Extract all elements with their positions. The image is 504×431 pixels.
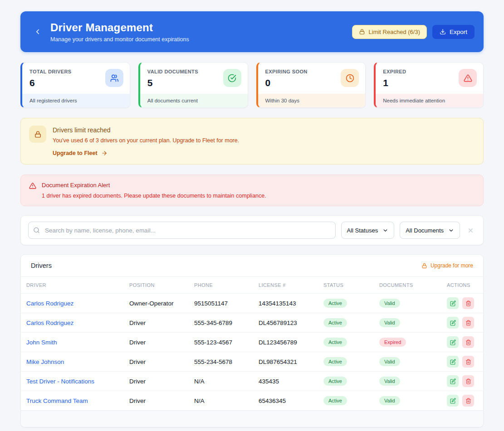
edit-driver-button[interactable] <box>447 356 459 368</box>
driver-name-link[interactable]: John Smith <box>26 339 57 346</box>
drivers-limit-alert: Drivers limit reached You've used 6 of 3… <box>20 118 484 165</box>
edit-driver-button[interactable] <box>447 336 459 348</box>
export-button[interactable]: Export <box>432 25 475 39</box>
search-field-wrapper <box>28 222 336 239</box>
license-cell: DL987654321 <box>259 358 323 365</box>
stats-row: TOTAL DRIVERS 6 All registered drivers V… <box>20 62 484 108</box>
driver-name-link[interactable]: Truck Command Team <box>26 397 88 404</box>
edit-icon <box>450 339 456 345</box>
edit-icon <box>450 300 456 306</box>
driver-name-link[interactable]: Mike Johnson <box>26 358 64 365</box>
actions-cell <box>447 317 478 329</box>
delete-driver-button[interactable] <box>462 317 474 329</box>
phone-cell: N/A <box>194 378 259 385</box>
edit-driver-button[interactable] <box>447 395 459 407</box>
document-expiration-alert-content: Document Expiration Alert 1 driver has e… <box>42 182 266 199</box>
documents-badge: Valid <box>379 377 400 386</box>
search-icon <box>33 227 40 234</box>
license-cell: 14354135143 <box>259 300 323 307</box>
phone-cell: 555-234-5678 <box>194 358 259 365</box>
stat-card-total-drivers: TOTAL DRIVERS 6 All registered drivers <box>20 62 130 108</box>
stat-card-expiring-soon: EXPIRING SOON 0 Within 30 days <box>256 62 366 108</box>
delete-driver-button[interactable] <box>462 336 474 348</box>
alert-title: Drivers limit reached <box>53 126 239 134</box>
upgrade-link-label: Upgrade to Fleet <box>53 150 98 156</box>
alert-triangle-icon <box>29 182 36 199</box>
stat-value: 5 <box>147 77 198 88</box>
column-header-license: LICENSE # <box>259 282 323 288</box>
phone-cell: 555-345-6789 <box>194 320 259 326</box>
table-row: Carlos Rodriguez Owner-Operator 95150511… <box>21 294 483 313</box>
stat-card-body: EXPIRED 1 <box>376 63 483 94</box>
search-input[interactable] <box>28 222 336 239</box>
trash-icon <box>465 339 471 345</box>
edit-driver-button[interactable] <box>447 375 459 387</box>
trash-icon <box>465 378 471 384</box>
status-badge: Active <box>323 377 347 386</box>
drivers-table-card: Drivers Upgrade for more DRIVER POSITION… <box>20 254 484 427</box>
license-cell: 65436345 <box>259 397 323 404</box>
column-header-position: POSITION <box>129 282 194 288</box>
stat-label: VALID DOCUMENTS <box>147 69 198 74</box>
actions-cell <box>447 336 478 348</box>
lock-icon <box>359 29 365 35</box>
edit-driver-button[interactable] <box>447 297 459 309</box>
clock-icon <box>341 69 359 87</box>
license-cell: 435435 <box>259 378 323 385</box>
delete-driver-button[interactable] <box>462 375 474 387</box>
table-row: Carlos Rodriguez Driver 555-345-6789 DL4… <box>21 313 483 333</box>
delete-driver-button[interactable] <box>462 395 474 407</box>
status-filter-select[interactable]: All Statuses <box>341 222 395 239</box>
page-subtitle: Manage your drivers and monitor document… <box>50 36 352 43</box>
documents-badge: Valid <box>379 299 400 308</box>
edit-icon <box>450 378 456 384</box>
document-expiration-alert: Document Expiration Alert 1 driver has e… <box>20 174 484 206</box>
delete-driver-button[interactable] <box>462 356 474 368</box>
lock-icon <box>421 263 427 269</box>
position-cell: Driver <box>129 339 194 346</box>
document-filter-select[interactable]: All Documents <box>400 222 460 239</box>
driver-name-link[interactable]: Carlos Rodriguez <box>26 320 73 326</box>
phone-cell: 555-123-4567 <box>194 339 259 346</box>
trash-icon <box>465 398 471 404</box>
driver-name-link[interactable]: Test Driver - Notifications <box>26 378 94 385</box>
upgrade-for-more-link[interactable]: Upgrade for more <box>421 262 473 269</box>
edit-driver-button[interactable] <box>447 317 459 329</box>
filter-bar: All Statuses All Documents <box>20 215 484 245</box>
stat-card-body: VALID DOCUMENTS 5 <box>140 63 248 94</box>
documents-badge: Valid <box>379 396 400 405</box>
driver-name-link[interactable]: Carlos Rodriguez <box>26 300 73 307</box>
stat-label: TOTAL DRIVERS <box>29 69 72 74</box>
chevron-left-icon <box>34 28 42 36</box>
stat-footer: All documents current <box>140 94 248 107</box>
status-filter-value: All Statuses <box>347 227 378 234</box>
edit-icon <box>450 320 456 326</box>
limit-reached-chip[interactable]: Limit Reached (6/3) <box>352 25 427 39</box>
actions-cell <box>447 297 478 309</box>
download-icon <box>440 29 446 35</box>
clear-filters-button[interactable] <box>465 225 476 236</box>
documents-badge: Expired <box>379 338 406 347</box>
actions-cell <box>447 395 478 407</box>
limit-reached-label: Limit Reached (6/3) <box>369 29 420 35</box>
stat-label: EXPIRING SOON <box>265 69 308 74</box>
stat-card-body: EXPIRING SOON 0 <box>258 63 366 94</box>
column-header-status: STATUS <box>323 282 379 288</box>
column-header-documents: DOCUMENTS <box>379 282 447 288</box>
upgrade-to-fleet-link[interactable]: Upgrade to Fleet <box>53 150 108 156</box>
status-badge: Active <box>323 318 347 327</box>
arrow-right-icon <box>101 150 108 156</box>
phone-cell: 9515051147 <box>194 300 259 307</box>
export-label: Export <box>450 29 467 35</box>
edit-icon <box>450 398 456 404</box>
delete-driver-button[interactable] <box>462 297 474 309</box>
stat-label: EXPIRED <box>383 69 406 74</box>
back-button[interactable] <box>31 25 44 38</box>
stat-value: 1 <box>383 77 406 88</box>
position-cell: Driver <box>129 320 194 326</box>
page-header: Driver Management Manage your drivers an… <box>20 11 484 52</box>
upgrade-for-more-label: Upgrade for more <box>431 262 473 269</box>
alert-body: You've used 6 of 3 drivers on your curre… <box>53 137 239 144</box>
table-row: Test Driver - Notifications Driver N/A 4… <box>21 372 483 391</box>
table-footer-strip <box>21 411 483 427</box>
